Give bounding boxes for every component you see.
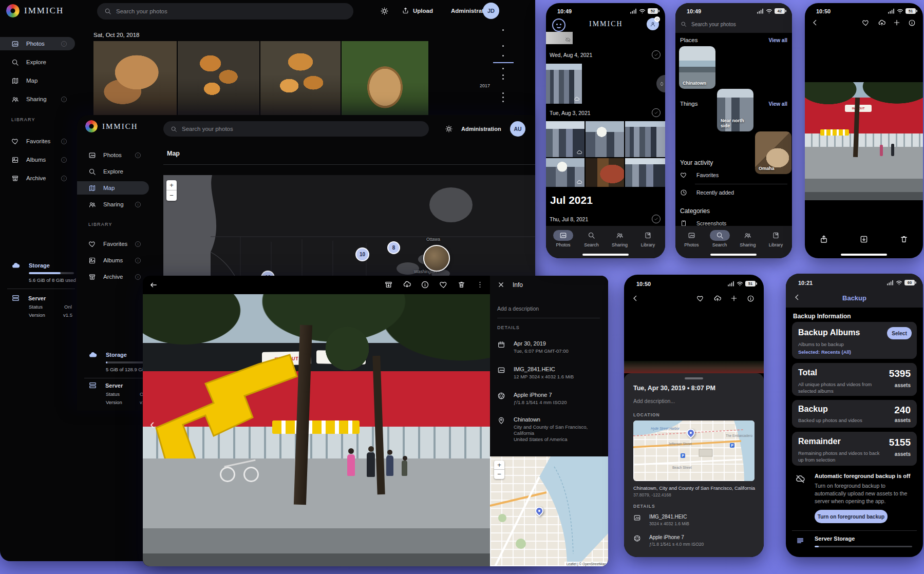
sidebar-item-explore[interactable]: Explore bbox=[77, 165, 149, 178]
administration-link[interactable]: Administration bbox=[461, 126, 501, 132]
immich-logo[interactable]: IMMICH bbox=[85, 120, 138, 132]
sidebar-item-sharing[interactable]: Sharing i bbox=[77, 198, 149, 211]
select-group-button[interactable] bbox=[652, 215, 661, 223]
sidebar-item-favorites[interactable]: Favorites i bbox=[0, 135, 75, 148]
upload-button[interactable] bbox=[878, 19, 886, 27]
zoom-out-button[interactable]: − bbox=[166, 190, 177, 201]
place-thumbnail[interactable]: Omaha bbox=[755, 131, 791, 174]
nav-search[interactable]: Search bbox=[577, 230, 606, 247]
zoom-out-button[interactable]: − bbox=[494, 470, 504, 479]
search-input[interactable]: Search your photos bbox=[681, 18, 787, 30]
detail-date-row[interactable]: Apr 30, 2019 Tue, 6:07 PM GMT-07:00 bbox=[497, 340, 569, 354]
info-button[interactable] bbox=[908, 19, 916, 27]
activity-favorites[interactable]: Favorites bbox=[680, 171, 719, 179]
view-all-link[interactable]: View all bbox=[768, 37, 787, 43]
turn-on-backup-button[interactable]: Turn on foreground backup bbox=[815, 510, 888, 523]
detail-location-row[interactable]: Chinatown City and County of San Francis… bbox=[497, 416, 588, 442]
delete-button[interactable] bbox=[457, 280, 466, 289]
photo-tile[interactable] bbox=[625, 121, 665, 157]
favorite-button[interactable] bbox=[862, 19, 870, 27]
photo-sliver[interactable] bbox=[624, 361, 764, 373]
share-button[interactable] bbox=[819, 235, 828, 244]
sidebar-item-archive[interactable]: Archive i bbox=[77, 270, 149, 283]
photo-viewer[interactable]: IN-N-OUT IN-N-OUT ‹ bbox=[143, 294, 490, 566]
pedestrian[interactable] bbox=[347, 454, 355, 476]
archive-button[interactable] bbox=[384, 280, 393, 289]
description-input[interactable]: Add a description bbox=[497, 305, 539, 312]
place-thumbnail[interactable]: Chinatown bbox=[679, 46, 715, 89]
select-albums-button[interactable]: Select bbox=[887, 327, 912, 339]
sidebar-item-archive[interactable]: Archive i bbox=[0, 171, 75, 185]
photo-tile[interactable] bbox=[546, 32, 573, 44]
nav-library[interactable]: Library bbox=[762, 230, 790, 247]
download-button[interactable] bbox=[403, 280, 411, 289]
sheet-drag-handle[interactable] bbox=[685, 377, 703, 379]
favorite-button[interactable] bbox=[439, 280, 448, 289]
user-avatar-jd[interactable]: JD bbox=[483, 3, 499, 19]
nav-photos[interactable]: Photos bbox=[549, 230, 577, 247]
theme-toggle-button[interactable] bbox=[445, 125, 453, 133]
pedestrian[interactable] bbox=[386, 455, 393, 476]
pedestrian[interactable] bbox=[367, 452, 375, 477]
close-info-button[interactable] bbox=[497, 281, 505, 289]
nav-search[interactable]: Search bbox=[706, 230, 734, 247]
sidebar-item-photos[interactable]: Photos i bbox=[77, 148, 149, 162]
nav-photos[interactable]: Photos bbox=[677, 230, 706, 247]
photo-tile[interactable] bbox=[625, 158, 665, 187]
add-button[interactable] bbox=[730, 294, 738, 302]
location-minimap[interactable]: + − Leaflet | © OpenStreetMap bbox=[490, 456, 608, 566]
map-cluster-marker[interactable]: 8 bbox=[387, 241, 400, 254]
photo-thumbnail[interactable] bbox=[260, 41, 341, 116]
view-all-link[interactable]: View all bbox=[768, 101, 787, 107]
photo-tile[interactable] bbox=[586, 158, 624, 187]
nav-sharing[interactable]: Sharing bbox=[734, 230, 762, 247]
search-input[interactable]: Search your photos bbox=[163, 121, 429, 137]
photo-thumbnail[interactable] bbox=[178, 41, 259, 116]
upload-button[interactable] bbox=[713, 295, 722, 303]
place-thumbnail[interactable]: Near north side bbox=[717, 89, 753, 131]
favorite-button[interactable] bbox=[696, 295, 704, 302]
sidebar-item-map[interactable]: Map bbox=[77, 181, 149, 195]
nav-sharing[interactable]: Sharing bbox=[606, 230, 634, 247]
archive-button[interactable] bbox=[859, 235, 869, 244]
immich-logo[interactable]: IMMICH bbox=[6, 4, 64, 17]
more-options-button[interactable] bbox=[476, 280, 484, 289]
profile-icon[interactable] bbox=[552, 18, 565, 32]
sidebar-item-sharing[interactable]: Sharing i bbox=[0, 92, 75, 106]
description-input[interactable]: Add description... bbox=[633, 398, 675, 404]
photo-tile[interactable] bbox=[586, 121, 624, 157]
select-group-button[interactable] bbox=[652, 50, 661, 59]
location-map[interactable]: Hyde Street Harbor The Embarcadero Jeffe… bbox=[633, 420, 755, 481]
sidebar-item-explore[interactable]: Explore bbox=[0, 55, 75, 69]
map-photo-marker[interactable] bbox=[423, 245, 450, 272]
map-attribution[interactable]: Leaflet | © OpenStreetMap bbox=[564, 562, 608, 566]
sidebar-item-albums[interactable]: Albums i bbox=[77, 254, 149, 267]
timeline-scrubber[interactable]: 2017 bbox=[477, 26, 513, 113]
photo-tile[interactable] bbox=[546, 158, 584, 187]
pedestrian[interactable] bbox=[402, 461, 407, 476]
info-button[interactable] bbox=[747, 295, 755, 302]
activity-recently-added[interactable]: Recently added bbox=[680, 189, 734, 196]
photo-viewer[interactable]: IN-N-OUT bbox=[805, 82, 923, 200]
delete-button[interactable] bbox=[899, 235, 909, 244]
location-address[interactable]: Chinatown, City and County of San Franci… bbox=[633, 485, 756, 491]
user-avatar-au[interactable]: AU bbox=[510, 121, 525, 137]
back-button[interactable] bbox=[811, 18, 819, 27]
search-input[interactable]: Search your photos bbox=[97, 3, 353, 20]
photo-tile[interactable] bbox=[546, 64, 582, 104]
nav-library[interactable]: Library bbox=[634, 230, 662, 247]
info-button[interactable] bbox=[421, 280, 429, 289]
add-button[interactable] bbox=[893, 18, 901, 27]
user-avatar[interactable] bbox=[647, 18, 659, 30]
zoom-in-button[interactable]: + bbox=[166, 180, 177, 190]
sidebar-item-map[interactable]: Map bbox=[0, 74, 75, 87]
select-group-button[interactable] bbox=[652, 108, 661, 117]
map-cluster-marker[interactable]: 10 bbox=[355, 247, 369, 261]
sidebar-item-favorites[interactable]: Favorites i bbox=[77, 237, 149, 251]
photo-tile[interactable] bbox=[546, 121, 584, 157]
theme-toggle-button[interactable] bbox=[380, 7, 389, 15]
back-button[interactable] bbox=[149, 280, 158, 290]
upload-button[interactable]: Upload bbox=[402, 7, 433, 14]
sidebar-item-photos[interactable]: Photos i bbox=[0, 37, 75, 50]
back-button[interactable] bbox=[631, 294, 639, 302]
